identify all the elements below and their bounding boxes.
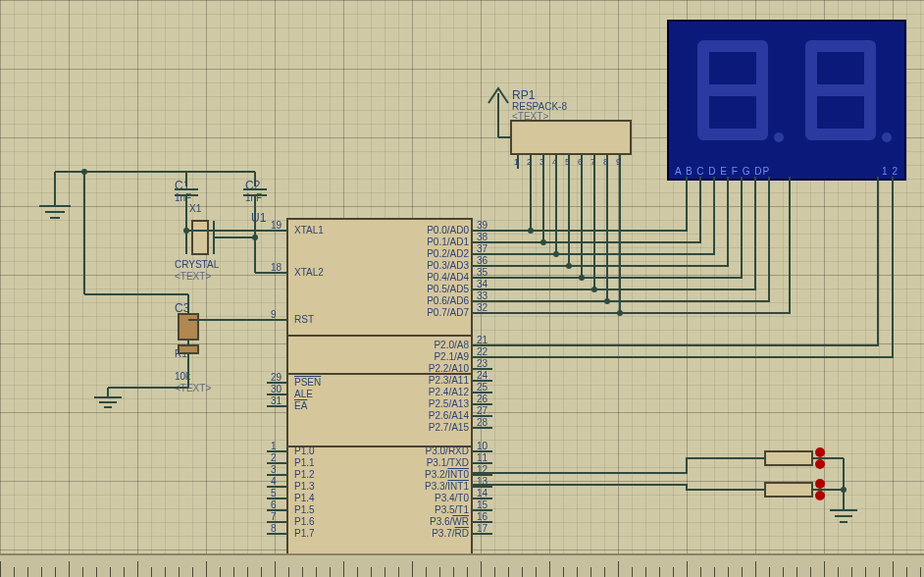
ground-symbol-buttons (830, 510, 857, 522)
svg-point-61 (815, 459, 825, 469)
respack-pin-num: 4 (552, 157, 557, 167)
bottom-ruler (0, 553, 924, 577)
respack-pin-num: 9 (616, 157, 621, 167)
respack-pin-num: 7 (590, 157, 595, 167)
respack-pin-num: 2 (527, 157, 532, 167)
svg-rect-25 (179, 345, 198, 353)
svg-point-63 (815, 479, 825, 489)
svg-rect-62 (765, 483, 812, 497)
svg-point-60 (815, 447, 825, 457)
svg-point-37 (81, 169, 87, 175)
p0-data-bus (473, 169, 790, 316)
respack-pin-num: 8 (603, 157, 608, 167)
respack-pin-num: 5 (565, 157, 570, 167)
respack-pin-num: 1 (514, 157, 519, 167)
cap-c3[interactable] (179, 314, 198, 340)
svg-point-64 (815, 491, 825, 500)
svg-rect-15 (192, 221, 208, 254)
ground-symbol-left (39, 172, 71, 218)
svg-point-20 (183, 228, 189, 234)
svg-point-68 (841, 487, 847, 493)
respack-pin-num: 3 (539, 157, 544, 167)
ground-symbol-r1 (94, 388, 188, 407)
schematic-canvas[interactable]: U1 80C51 19XTAL118XTAL29RST29PSEN30ALE31… (0, 0, 924, 577)
svg-rect-59 (765, 451, 812, 465)
resistor-r1[interactable] (179, 345, 198, 353)
respack-pin-num: 6 (578, 157, 583, 167)
vcc-respack (488, 88, 510, 137)
crystal-x1[interactable] (186, 221, 214, 254)
svg-rect-24 (179, 314, 198, 340)
svg-point-23 (252, 235, 258, 240)
